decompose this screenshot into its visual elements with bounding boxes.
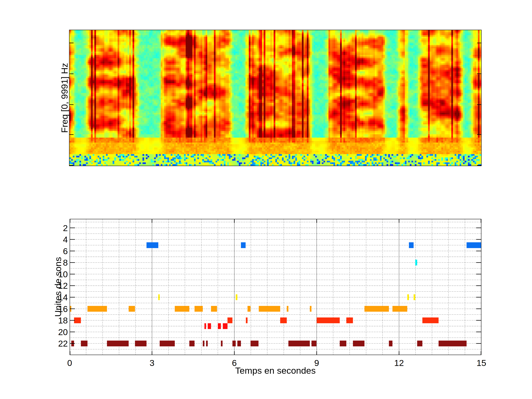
freq-axis-tick [70, 104, 74, 105]
segment-unit-22 [417, 341, 422, 346]
y-tick-label: 8 [46, 258, 68, 268]
segment-unit-16 [88, 306, 107, 312]
segment-unit-22 [237, 341, 241, 346]
x-tick-label: 15 [477, 358, 486, 368]
y-tick-label: 18 [46, 315, 68, 325]
y-tick-label: 4 [46, 234, 68, 245]
figure-window: Freq [0, 9991] Hz Unites de sons Temps e… [0, 0, 532, 399]
segment-unit-22 [160, 341, 175, 346]
segment-unit-16 [287, 306, 288, 312]
segment-unit-22 [438, 341, 467, 346]
y-tick-label: 6 [46, 246, 68, 256]
freq-axis-tick [477, 104, 481, 105]
segment-unit-22 [311, 341, 317, 346]
x-tick-label: 9 [314, 358, 319, 368]
segment-unit-22 [206, 341, 208, 346]
y-tick-label: 20 [46, 327, 68, 337]
freq-axis-tick [477, 134, 481, 135]
segment-unit-22 [232, 341, 236, 346]
segment-unit-18 [317, 317, 340, 323]
freq-axis-tick [70, 165, 74, 166]
y-tick-label: 10 [46, 269, 68, 279]
segment-unit-5 [467, 242, 481, 248]
segment-unit-14 [236, 294, 237, 300]
y-tick-label: 2 [46, 223, 68, 233]
freq-axis-tick [70, 134, 74, 135]
units-xlabel: Temps en secondes [235, 365, 316, 376]
segment-unit-22 [189, 341, 195, 346]
segment-unit-18 [74, 317, 81, 323]
spectrogram-ylabel: Freq [0, 9991] Hz [59, 63, 70, 133]
segment-unit-16 [247, 306, 250, 312]
segment-unit-22 [340, 341, 346, 346]
segment-unit-19 [218, 323, 221, 329]
segment-unit-22 [353, 341, 364, 346]
segment-unit-16 [195, 306, 203, 312]
freq-axis-tick [70, 43, 74, 43]
x-tick-label: 6 [232, 358, 237, 368]
segment-unit-5 [146, 242, 158, 248]
x-tick-label: 12 [394, 358, 404, 368]
segment-unit-16 [129, 306, 135, 312]
segment-unit-18 [346, 317, 353, 323]
spectrogram-image [70, 30, 481, 166]
segment-unit-22 [135, 341, 146, 346]
segment-unit-18 [280, 317, 287, 323]
y-tick-label: 12 [46, 281, 68, 291]
freq-axis-tick [477, 165, 481, 166]
segment-unit-14 [407, 294, 409, 300]
y-tick-label: 16 [46, 304, 68, 314]
segment-unit-14 [158, 294, 160, 300]
segment-unit-8 [415, 260, 417, 266]
segment-unit-19 [204, 323, 206, 329]
segment-unit-18 [227, 317, 232, 323]
freq-axis-tick [477, 43, 481, 43]
segment-unit-16 [175, 306, 189, 312]
segment-unit-22 [107, 341, 129, 346]
spectrogram-plot [69, 30, 481, 166]
freq-axis-tick [70, 74, 74, 74]
segment-unit-22 [221, 341, 223, 346]
segment-unit-16 [259, 306, 280, 312]
segment-unit-14 [414, 294, 415, 300]
segment-unit-18 [246, 317, 247, 323]
segment-unit-16 [364, 306, 389, 312]
segment-unit-16 [393, 306, 407, 312]
y-tick-label: 22 [46, 338, 68, 348]
segment-unit-16 [310, 306, 311, 312]
x-tick-label: 3 [150, 358, 154, 368]
segment-unit-19 [208, 323, 211, 329]
segment-unit-16 [211, 306, 217, 312]
y-tick-label: 14 [46, 292, 68, 302]
units-chart [70, 219, 481, 355]
freq-axis-tick [477, 74, 481, 74]
segment-unit-22 [389, 341, 392, 346]
segment-unit-22 [250, 341, 259, 346]
segment-unit-22 [288, 341, 310, 346]
segment-unit-5 [409, 242, 414, 248]
segment-unit-22 [203, 341, 204, 346]
segment-unit-19 [223, 323, 227, 329]
x-tick-label: 0 [67, 358, 72, 368]
segment-unit-18 [423, 317, 439, 323]
segment-unit-5 [241, 242, 246, 248]
segment-unit-22 [81, 341, 88, 346]
